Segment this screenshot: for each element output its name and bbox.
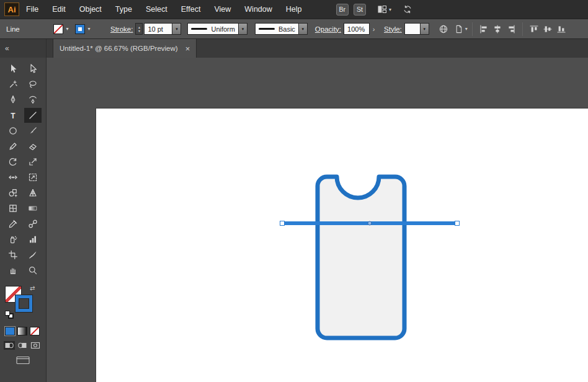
tool-pen[interactable] [4,92,22,107]
stock-button[interactable]: St [354,4,366,16]
tool-eyedropper[interactable] [4,216,22,231]
stroke-swatch-dropdown[interactable]: ▾ [85,24,93,34]
document-setup-globe-button[interactable] [437,22,450,37]
canvas[interactable] [47,58,588,382]
draw-normal-button[interactable] [4,341,15,350]
tool-ellipse[interactable] [4,123,22,138]
tool-rotate[interactable] [4,154,22,169]
tool-type[interactable]: T [4,108,22,123]
style-field[interactable] [404,23,421,35]
illustrator-window: Ai File Edit Object Type Select Effect V… [0,0,588,382]
opacity-dropdown[interactable]: › [370,24,378,34]
stroke-weight-dropdown[interactable]: ▾ [172,23,181,35]
lasso-tool-icon [28,79,38,89]
tool-shape-builder[interactable] [4,185,22,200]
style-panel-link[interactable]: Style: [384,25,402,33]
draw-inside-button[interactable] [30,341,41,350]
draw-behind-button[interactable] [17,341,28,350]
collapse-panel-button[interactable]: « [5,44,9,53]
tool-lasso[interactable] [24,77,42,92]
opacity-panel-link[interactable]: Opacity: [315,25,341,33]
tool-hand[interactable] [4,263,22,278]
default-fill-stroke-button[interactable] [5,311,15,319]
line-left-anchor-handle[interactable] [280,221,285,226]
bridge-button[interactable]: Br [336,4,349,16]
align-left-icon [479,24,489,34]
tool-mesh[interactable] [4,201,22,216]
stroke-proxy-swatch[interactable] [16,295,32,312]
tool-symbol-sprayer[interactable] [4,232,22,247]
stroke-panel-link[interactable]: Stroke: [110,25,133,33]
align-right-icon [506,24,516,34]
document-tab-title: Untitled-1* @ 66.67% (RGB/Preview) [60,45,178,52]
color-button[interactable] [5,327,15,335]
fill-color-swatch[interactable] [53,24,63,34]
menu-object[interactable]: Object [73,0,109,19]
tool-paintbrush[interactable] [24,123,42,138]
notched-rectangle-shape[interactable] [318,177,404,338]
tool-column-graph[interactable] [24,232,42,247]
document-options-button[interactable]: ▾ [454,22,468,37]
menu-help[interactable]: Help [279,0,309,19]
tool-pencil[interactable] [4,139,22,154]
none-slash-icon [30,327,39,335]
tool-gradient[interactable] [24,201,42,216]
menu-edit[interactable]: Edit [45,0,73,19]
tool-direct-selection[interactable] [24,61,42,76]
line-right-anchor-handle[interactable] [455,221,460,226]
align-left-button[interactable] [477,22,491,37]
width-profile-field[interactable]: Uniform [187,23,239,35]
close-tab-button[interactable]: × [185,44,190,53]
workspace-switcher-button[interactable]: ▾ [377,4,391,14]
curvature-tool-icon [28,95,38,105]
eyedropper-tool-icon [8,219,18,229]
fill-stroke-indicator: ⇄ [5,286,40,318]
align-bottom-button[interactable] [555,22,568,37]
menu-type[interactable]: Type [109,0,139,19]
brush-preview [259,28,275,30]
share-sync-button[interactable] [403,4,412,14]
rotate-tool-icon [8,157,18,167]
tool-width[interactable] [4,170,22,185]
stroke-color-swatch[interactable] [75,24,85,34]
opacity-field[interactable]: 100% [344,23,370,35]
menu-effect[interactable]: Effect [174,0,208,19]
brush-field[interactable]: Basic [255,23,299,35]
menu-view[interactable]: View [207,0,238,19]
align-center-button[interactable] [491,22,504,37]
align-bottom-icon [556,24,566,34]
tool-artboard[interactable] [4,247,22,262]
align-vertical-center-button[interactable] [541,22,555,37]
document-tab[interactable]: Untitled-1* @ 66.67% (RGB/Preview) × [53,39,197,58]
brush-dropdown[interactable]: ▾ [299,23,308,35]
tool-eraser[interactable] [24,139,42,154]
magic-wand-tool-icon [8,79,18,89]
stroke-weight-field[interactable]: 10 pt [144,23,172,35]
fill-swatch-dropdown[interactable]: ▾ [63,24,71,34]
tool-blend[interactable] [24,216,42,231]
ellipse-tool-icon [8,126,18,136]
column-graph-tool-icon [28,234,38,244]
tool-curvature[interactable] [24,92,42,107]
menu-file[interactable]: File [19,0,45,19]
menu-select[interactable]: Select [139,0,174,19]
tool-zoom[interactable] [24,263,42,278]
width-profile-dropdown[interactable]: ▾ [239,23,247,35]
screen-mode-button[interactable] [14,355,32,365]
tool-selection[interactable] [4,61,22,76]
align-top-button[interactable] [527,22,541,37]
tool-slice[interactable] [24,247,42,262]
line-center-anchor[interactable] [368,221,372,225]
gradient-button[interactable] [17,327,27,335]
tool-line-segment[interactable] [24,108,42,123]
swap-fill-stroke-button[interactable]: ⇄ [30,285,35,291]
stroke-weight-stepper[interactable]: ▴ ▾ [135,23,143,35]
none-button[interactable] [30,327,40,335]
tool-magic-wand[interactable] [4,77,22,92]
menu-window[interactable]: Window [238,0,278,19]
tool-perspective-grid[interactable] [24,185,42,200]
align-right-button[interactable] [504,22,518,37]
style-dropdown[interactable]: ▾ [421,23,429,35]
tool-scale[interactable] [24,154,42,169]
tool-free-transform[interactable] [24,170,42,185]
